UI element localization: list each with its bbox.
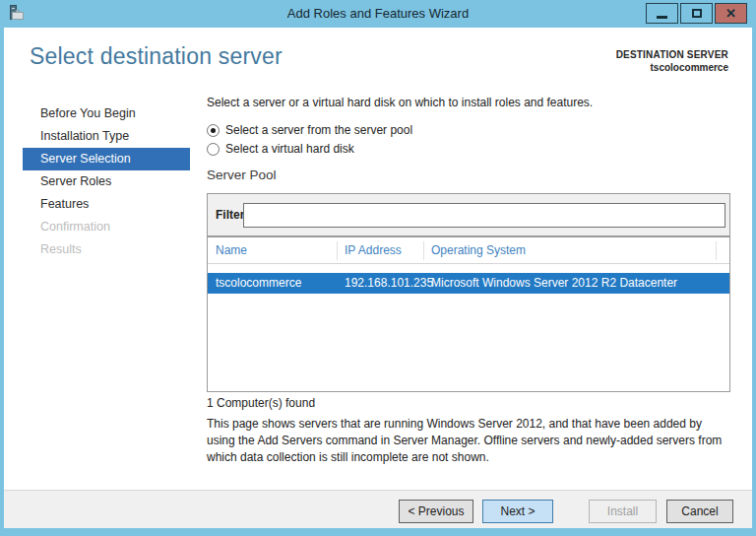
radio-select-server-pool[interactable]: Select a server from the server pool bbox=[207, 123, 412, 137]
sidebar-item-results: Results bbox=[23, 238, 190, 261]
page-title: Select destination server bbox=[30, 43, 283, 70]
destination-server-label: DESTINATION SERVER bbox=[616, 49, 728, 60]
wizard-steps-sidebar: Before You Begin Installation Type Serve… bbox=[4, 99, 201, 261]
column-separator bbox=[716, 241, 717, 260]
maximize-icon bbox=[692, 9, 702, 18]
sidebar-item-server-roles[interactable]: Server Roles bbox=[23, 170, 190, 193]
radio-selected-icon[interactable] bbox=[207, 124, 220, 137]
table-row-tscolocommerce[interactable]: tscolocommerce 192.168.101.235 Microsoft… bbox=[208, 273, 729, 294]
radio-server-pool-label: Select a server from the server pool bbox=[225, 123, 412, 137]
page-description: This page shows servers that are running… bbox=[207, 416, 730, 466]
wizard-window: Add Roles and Features Wizard ✕ Select d… bbox=[0, 0, 756, 536]
radio-unselected-icon[interactable] bbox=[207, 143, 220, 156]
cell-ip-address: 192.168.101.235 bbox=[345, 273, 433, 294]
close-icon: ✕ bbox=[725, 7, 736, 20]
sidebar-item-installation-type[interactable]: Installation Type bbox=[23, 125, 190, 148]
sidebar-item-server-selection[interactable]: Server Selection bbox=[23, 148, 190, 170]
filter-box: Filter: bbox=[207, 193, 730, 236]
sidebar-item-confirmation: Confirmation bbox=[23, 216, 190, 238]
window-title: Add Roles and Features Wizard bbox=[0, 0, 756, 28]
minimize-button[interactable] bbox=[646, 3, 678, 24]
cell-server-name: tscolocommerce bbox=[216, 273, 301, 294]
destination-server-value: tscolocommerce bbox=[616, 62, 728, 73]
radio-select-vhd[interactable]: Select a virtual hard disk bbox=[207, 142, 354, 156]
column-header-operating-system[interactable]: Operating System bbox=[431, 237, 526, 264]
intro-text: Select a server or a virtual hard disk o… bbox=[207, 96, 593, 109]
cell-operating-system: Microsoft Windows Server 2012 R2 Datacen… bbox=[431, 273, 677, 294]
next-button[interactable]: Next > bbox=[482, 500, 553, 523]
close-button[interactable]: ✕ bbox=[715, 3, 747, 24]
column-header-name[interactable]: Name bbox=[216, 237, 247, 264]
sidebar-item-before-you-begin[interactable]: Before You Begin bbox=[23, 102, 190, 125]
sidebar-item-features[interactable]: Features bbox=[23, 193, 190, 216]
column-header-ip-address[interactable]: IP Address bbox=[345, 237, 402, 264]
column-separator bbox=[337, 241, 338, 260]
column-separator bbox=[423, 241, 424, 260]
server-pool-heading: Server Pool bbox=[207, 168, 277, 182]
titlebar[interactable]: Add Roles and Features Wizard ✕ bbox=[0, 0, 756, 28]
minimize-icon bbox=[657, 16, 667, 19]
computers-found-text: 1 Computer(s) found bbox=[207, 396, 315, 410]
cancel-button[interactable]: Cancel bbox=[666, 500, 733, 523]
table-header-row: Name IP Address Operating System bbox=[208, 237, 729, 264]
destination-server-block: DESTINATION SERVER tscolocommerce bbox=[616, 49, 728, 73]
filter-input[interactable] bbox=[243, 203, 725, 228]
server-pool-table: Name IP Address Operating System tscoloc… bbox=[207, 236, 730, 392]
previous-button[interactable]: < Previous bbox=[399, 500, 473, 523]
radio-vhd-label: Select a virtual hard disk bbox=[225, 142, 354, 156]
install-button: Install bbox=[589, 500, 657, 523]
maximize-button[interactable] bbox=[680, 3, 713, 24]
